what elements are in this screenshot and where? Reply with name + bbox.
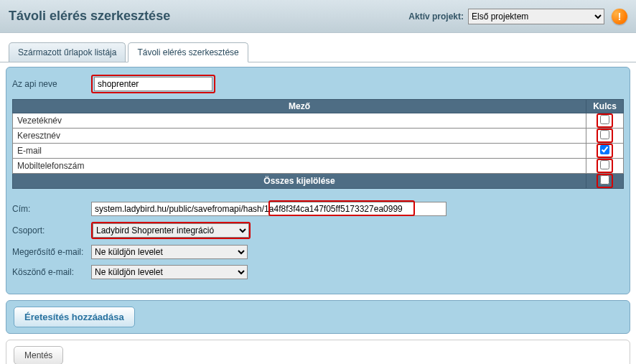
select-all-row: Összes kijelölése	[13, 174, 624, 189]
api-name-label: Az api neve	[12, 79, 91, 89]
save-button[interactable]: Mentés	[14, 346, 63, 364]
url-label: Cím:	[12, 204, 91, 214]
lower-form: Cím: Csoport: Ladybird Shoprenter integr…	[12, 202, 624, 279]
field-label: Mobiltelefonszám	[13, 159, 586, 174]
url-row: Cím:	[12, 202, 624, 216]
alert-icon[interactable]: !	[612, 9, 627, 24]
group-select-highlight: Ladybird Shoprenter integráció	[91, 222, 251, 239]
save-panel: Mentés	[6, 340, 630, 364]
main-panel: Az api neve Mező Kulcs Vezetéknév Keresz…	[6, 67, 630, 294]
key-checkbox[interactable]	[600, 130, 609, 139]
api-name-highlight	[91, 75, 215, 93]
fields-table: Mező Kulcs Vezetéknév Keresztnév E-mail …	[12, 99, 624, 189]
table-row: E-mail	[13, 144, 624, 159]
table-row: Keresztnév	[13, 129, 624, 144]
confirm-email-select[interactable]: Ne küldjön levelet	[91, 245, 248, 259]
add-notification-button[interactable]: Éretesítés hozzáadása	[14, 307, 135, 327]
confirm-email-label: Megerősítő e-mail:	[12, 247, 91, 257]
thankyou-email-select[interactable]: Ne küldjön levelet	[91, 265, 248, 279]
key-checkbox-highlight	[597, 113, 613, 128]
api-name-row: Az api neve	[12, 75, 624, 93]
thankyou-email-label: Köszönő e-mail:	[12, 267, 91, 277]
confirm-email-row: Megerősítő e-mail: Ne küldjön levelet	[12, 245, 624, 259]
field-label: Vezetéknév	[13, 113, 586, 129]
active-project-label: Aktív projekt:	[408, 11, 464, 22]
group-select[interactable]: Ladybird Shoprenter integráció	[93, 223, 249, 238]
key-checkbox[interactable]	[600, 160, 609, 169]
field-label: Keresztnév	[13, 129, 586, 144]
table-row: Vezetéknév	[13, 113, 624, 129]
key-checkbox-highlight	[597, 159, 613, 173]
page-title: Távoli elérés szerkesztése	[9, 9, 408, 24]
url-input[interactable]	[91, 202, 446, 216]
key-checkbox-highlight	[597, 144, 613, 158]
select-all-label: Összes kijelölése	[13, 174, 586, 189]
thankyou-email-row: Köszönő e-mail: Ne küldjön levelet	[12, 265, 624, 279]
api-name-input[interactable]	[94, 77, 212, 91]
col-header-mezo: Mező	[13, 100, 586, 113]
tab-form-list[interactable]: Származott űrlapok listája	[9, 42, 126, 62]
group-label: Csoport:	[12, 225, 91, 235]
key-checkbox[interactable]	[600, 115, 609, 124]
field-label: E-mail	[13, 144, 586, 159]
tab-remote-edit[interactable]: Távoli elérés szerkesztése	[128, 42, 248, 62]
top-bar: Távoli elérés szerkesztése Aktív projekt…	[0, 0, 636, 33]
group-row: Csoport: Ladybird Shoprenter integráció	[12, 222, 624, 239]
url-wrap	[91, 202, 446, 216]
table-row: Mobiltelefonszám	[13, 159, 624, 174]
key-checkbox-highlight	[597, 129, 613, 143]
key-checkbox[interactable]	[600, 145, 609, 154]
notification-panel: Éretesítés hozzáadása	[6, 300, 630, 334]
active-project-select[interactable]: Első projektem	[468, 9, 604, 24]
col-header-kulcs: Kulcs	[586, 100, 624, 113]
select-all-checkbox[interactable]	[600, 175, 609, 185]
tabs: Származott űrlapok listája Távoli elérés…	[0, 33, 636, 62]
select-all-checkbox-highlight	[597, 174, 613, 188]
